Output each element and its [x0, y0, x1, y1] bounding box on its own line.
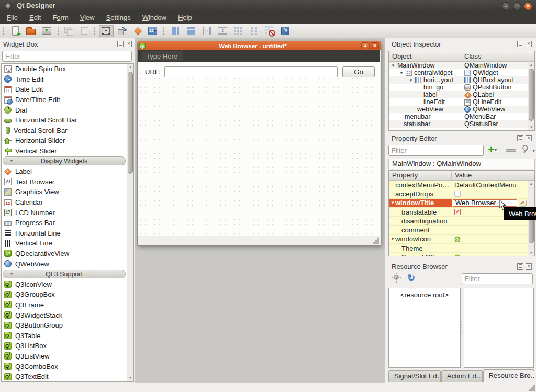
reset-property-icon[interactable]: ↶ [519, 200, 527, 207]
resize-grip-icon[interactable] [377, 238, 379, 240]
form-window[interactable]: Web Browser - untitled* Type Here URL: G… [137, 41, 381, 246]
widget-item-calendar[interactable]: Calendar [2, 197, 127, 208]
menu-window[interactable]: Window [137, 12, 172, 24]
property-row-windowicon[interactable]: ▼windowIcon [389, 235, 528, 244]
widget-item-lcd-number[interactable]: LCD Number [2, 207, 127, 218]
widget-item-q3table[interactable]: Q3Table [2, 330, 127, 341]
layout-horizontal-button[interactable] [168, 25, 183, 37]
menu-edit[interactable]: Edit [24, 12, 47, 24]
url-line-edit[interactable] [164, 66, 338, 77]
property-row-comment[interactable]: comment [389, 226, 528, 234]
expand-arrow-icon[interactable]: ▼ [390, 237, 395, 241]
widget-item-date-time-edit[interactable]: Date/Time Edit [2, 95, 127, 105]
close-icon[interactable] [524, 2, 532, 10]
widget-category-qt-3-support[interactable]: ▾Qt 3 Support [2, 269, 127, 279]
windowtitle-edit-field[interactable]: Web Browser [453, 199, 517, 207]
widget-item-date-edit[interactable]: Date Edit [2, 84, 127, 95]
layout-grid-button[interactable] [231, 25, 245, 37]
tab-action-ed[interactable]: Action Ed… [441, 370, 483, 382]
column-class[interactable]: Class [461, 51, 485, 61]
widget-item-q3listbox[interactable]: Q3ListBox [2, 341, 127, 351]
widget-item-q3iconview[interactable]: Q3IconView [2, 279, 127, 289]
property-value-cell[interactable]: Web Browser↶ [452, 199, 528, 207]
widget-item-q3textedit[interactable]: Q3TextEdit [2, 372, 127, 382]
expand-arrow-icon[interactable]: ▼ [390, 200, 395, 205]
scroll-up-icon[interactable]: ▲ [528, 181, 534, 187]
go-button[interactable]: Go [342, 66, 375, 77]
widget-item-qdeclarativeview[interactable]: QDeclarativeView [2, 249, 127, 259]
adjust-size-button[interactable] [278, 25, 293, 37]
layout-form-button[interactable] [247, 25, 261, 37]
scroll-down-icon[interactable]: ▼ [127, 375, 133, 381]
menu-file[interactable]: File [1, 12, 24, 24]
property-value-cell[interactable]: DefaultContextMenu [452, 181, 528, 189]
widget-item-time-edit[interactable]: Time Edit [2, 74, 127, 85]
resource-root-item[interactable]: <resource root> [389, 288, 460, 299]
property-row-normal-off[interactable]: Normal Off [389, 253, 528, 256]
scroll-up-icon[interactable]: ▲ [127, 64, 133, 70]
object-row-hori-yout[interactable]: ▼hori…youtQHBoxLayout [389, 76, 528, 84]
close-panel-icon[interactable] [526, 41, 532, 47]
expand-arrow-icon[interactable]: ▼ [409, 78, 413, 83]
column-property[interactable]: Property [389, 171, 452, 180]
scroll-down-icon[interactable]: ▼ [528, 250, 534, 256]
edit-signals-slots-button[interactable] [115, 25, 129, 37]
menu-type-here[interactable]: Type Here [141, 51, 183, 61]
menu-form[interactable]: Form [47, 12, 74, 24]
widget-item-vertical-slider[interactable]: Vertical Slider [2, 146, 127, 156]
break-layout-button[interactable] [262, 25, 277, 37]
widget-item-vertical-scroll-bar[interactable]: Vertical Scroll Bar [2, 126, 127, 136]
scroll-down-icon[interactable]: ▼ [528, 124, 534, 130]
property-value-cell[interactable] [452, 253, 528, 256]
widget-item-q3buttongroup[interactable]: Q3ButtonGroup [2, 320, 127, 331]
menu-help[interactable]: Help [172, 12, 198, 24]
add-property-icon[interactable]: + [488, 144, 501, 156]
resource-preview-pane[interactable] [464, 288, 534, 368]
widget-item-progress-bar[interactable]: Progress Bar [2, 218, 127, 228]
open-form-button[interactable] [24, 25, 38, 37]
form-titlebar[interactable]: Web Browser - untitled* [138, 41, 381, 50]
widget-item-qwebview[interactable]: QWebView [2, 259, 127, 269]
close-panel-icon[interactable] [526, 135, 532, 141]
checkbox-unchecked-icon[interactable] [454, 191, 461, 197]
minimize-icon[interactable] [502, 2, 510, 10]
widget-item-q3combobox[interactable]: Q3ComboBox [2, 361, 127, 372]
expand-arrow-icon[interactable]: ▼ [399, 71, 404, 75]
float-panel-icon[interactable] [517, 263, 523, 270]
widget-item-q3frame[interactable]: Q3Frame [2, 300, 127, 310]
maximize-icon[interactable] [513, 2, 521, 10]
property-value-cell[interactable] [452, 226, 528, 234]
form-canvas[interactable]: URL: Go [138, 62, 380, 236]
object-row-webview[interactable]: webViewQWebView [389, 106, 528, 113]
property-value-cell[interactable] [452, 244, 528, 252]
widget-category-display-widgets[interactable]: ▾Display Widgets [2, 156, 127, 166]
new-form-button[interactable] [8, 25, 23, 37]
object-row-statusbar[interactable]: statusbarQStatusBar [389, 120, 528, 128]
property-value-cell[interactable] [452, 189, 528, 198]
property-row-contextmenupo[interactable]: contextMenuPo…DefaultContextMenu [389, 181, 528, 189]
checkbox-checked-icon[interactable] [454, 209, 461, 215]
horizontal-layout-selection[interactable]: URL: Go [141, 65, 377, 79]
menu-settings[interactable]: Settings [100, 12, 137, 24]
layout-splitter-h-button[interactable] [199, 25, 214, 37]
float-panel-icon[interactable] [517, 135, 523, 141]
remove-property-icon[interactable] [506, 149, 516, 152]
tab-resource-bro[interactable]: Resource Bro… [483, 369, 534, 382]
widget-item-q3listview[interactable]: Q3ListView [2, 351, 127, 362]
widget-item-q3widgetstack[interactable]: Q3WidgetStack [2, 310, 127, 320]
widget-item-vertical-line[interactable]: Vertical Line [2, 238, 127, 249]
pane-splitter-handle[interactable] [461, 321, 463, 333]
expand-arrow-icon[interactable]: ▼ [391, 63, 395, 68]
object-row-menubar[interactable]: menubarQMenuBar [389, 113, 528, 120]
scroll-thumb[interactable] [529, 69, 534, 121]
layout-vertical-button[interactable] [184, 25, 198, 37]
float-panel-icon[interactable] [117, 41, 124, 47]
object-row-centralwidget[interactable]: ▼centralwidgetQWidget [389, 69, 528, 76]
widget-item-horizontal-scroll-bar[interactable]: Horizontal Scroll Bar [2, 115, 127, 126]
close-panel-icon[interactable] [126, 41, 132, 47]
object-row-mainwindow[interactable]: ▼MainWindowQMainWindow [389, 62, 528, 69]
resize-grip-icon[interactable] [533, 385, 535, 387]
widget-item-horizontal-line[interactable]: Horizontal Line [2, 228, 127, 239]
edit-buddies-button[interactable] [130, 25, 145, 37]
property-row-theme[interactable]: Theme [389, 244, 528, 253]
